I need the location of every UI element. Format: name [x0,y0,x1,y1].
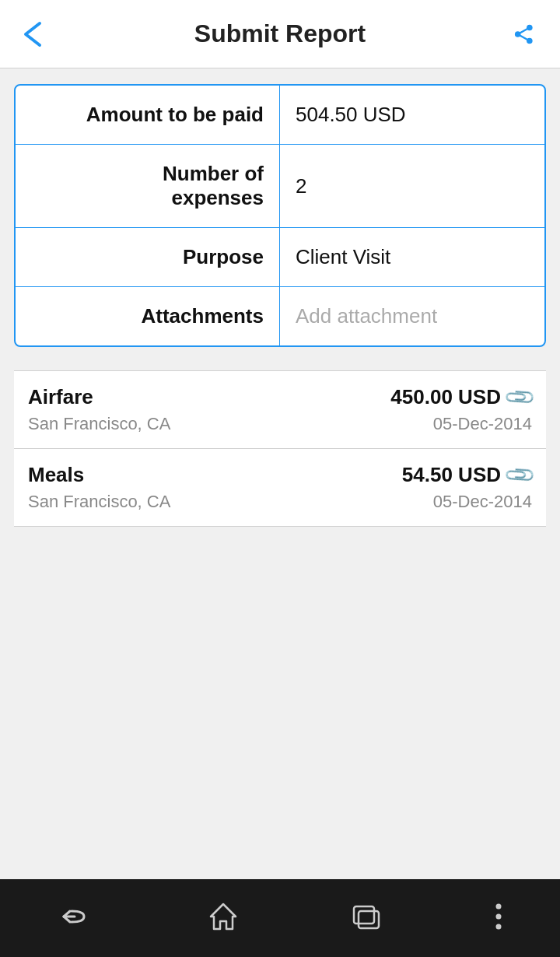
purpose-value: Client Visit [280,228,544,286]
attachment-icon-airfare[interactable]: 📎 [502,380,537,415]
expense-right-airfare: 450.00 USD 📎 05-Dec-2014 [390,385,532,434]
expense-amount-meals: 54.50 USD [402,463,501,487]
expense-item-airfare[interactable]: Airfare San Francisco, CA 450.00 USD 📎 0… [14,370,546,449]
expense-left-airfare: Airfare San Francisco, CA [28,385,170,434]
expense-name-airfare: Airfare [28,385,170,409]
amount-value: 504.50 USD [280,86,544,144]
expenses-count-value: 2 [280,145,544,227]
svg-rect-6 [354,906,374,924]
android-more-button[interactable] [493,902,504,934]
purpose-row: Purpose Client Visit [16,228,544,287]
android-recents-button[interactable] [351,903,380,933]
attachments-label: Attachments [16,287,280,345]
expense-location-airfare: San Francisco, CA [28,414,170,434]
expense-left-meals: Meals San Francisco, CA [28,463,170,512]
svg-line-4 [518,34,530,41]
back-button[interactable] [19,20,47,48]
summary-table: Amount to be paid 504.50 USD Number ofex… [14,84,546,347]
svg-line-3 [518,27,530,34]
attachments-row[interactable]: Attachments Add attachment [16,287,544,345]
expense-right-meals: 54.50 USD 📎 05-Dec-2014 [402,463,532,512]
amount-label: Amount to be paid [16,86,280,144]
android-back-button[interactable] [56,903,95,933]
android-nav-bar [0,879,560,957]
page-title: Submit Report [194,19,366,48]
attachment-icon-meals[interactable]: 📎 [502,457,537,493]
svg-point-9 [495,914,501,920]
header: Submit Report [0,0,560,68]
expense-date-airfare: 05-Dec-2014 [433,414,532,434]
amount-row: Amount to be paid 504.50 USD [16,86,544,145]
expense-location-meals: San Francisco, CA [28,492,170,512]
expense-amount-row-airfare: 450.00 USD 📎 [390,385,532,409]
expense-amount-row-meals: 54.50 USD 📎 [402,463,532,487]
svg-point-10 [495,924,501,930]
svg-marker-5 [211,904,236,929]
purpose-label: Purpose [16,228,280,286]
expense-amount-airfare: 450.00 USD [390,385,501,409]
share-button[interactable] [513,20,541,48]
expense-date-meals: 05-Dec-2014 [433,492,532,512]
svg-point-8 [495,904,501,910]
expenses-count-label: Number ofexpenses [16,145,280,227]
main-content: Amount to be paid 504.50 USD Number ofex… [0,68,560,879]
svg-rect-7 [359,911,379,928]
expenses-count-row: Number ofexpenses 2 [16,145,544,228]
expense-name-meals: Meals [28,463,170,487]
attachments-value[interactable]: Add attachment [280,287,544,345]
expense-list: Airfare San Francisco, CA 450.00 USD 📎 0… [14,370,546,527]
android-home-button[interactable] [208,901,239,935]
expense-item-meals[interactable]: Meals San Francisco, CA 54.50 USD 📎 05-D… [14,449,546,527]
